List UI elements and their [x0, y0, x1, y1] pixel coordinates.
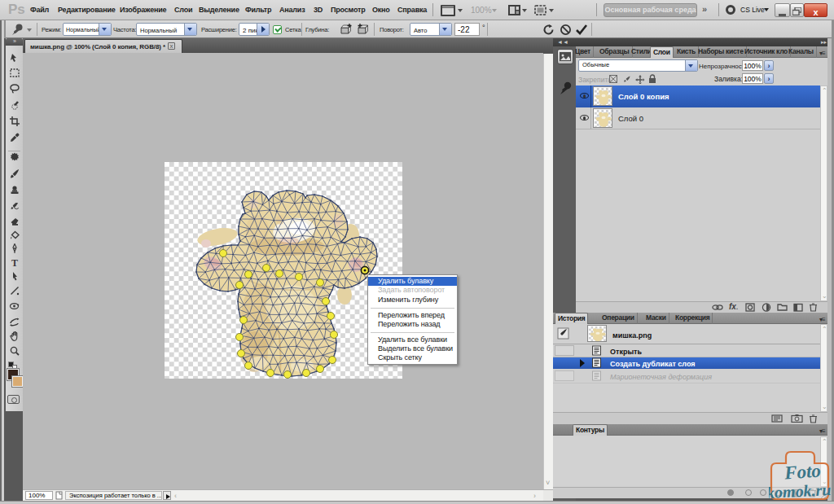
svg-text:komok.ru: komok.ru [769, 480, 832, 502]
svg-text:T: T [11, 257, 17, 267]
svg-text:Foto: Foto [783, 460, 821, 483]
